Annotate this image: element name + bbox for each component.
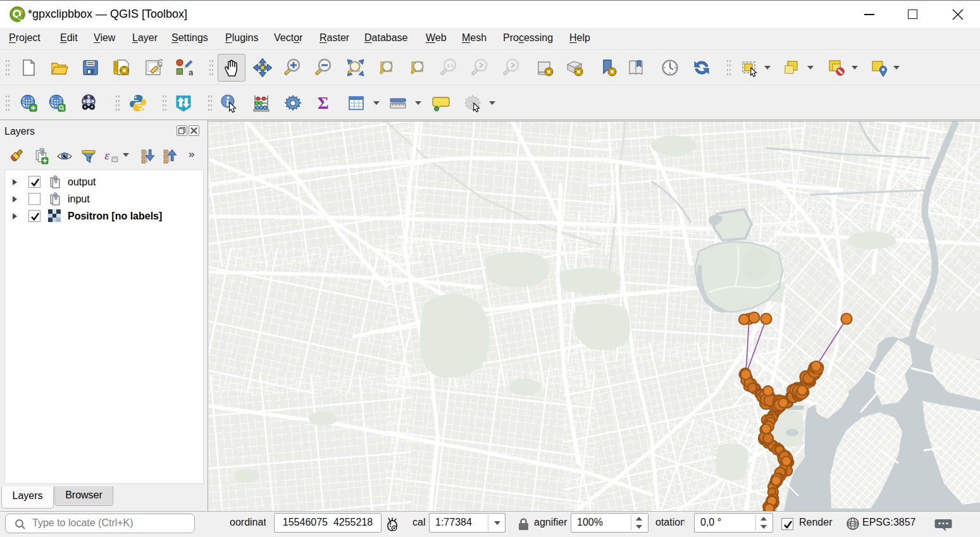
svg-text:a: a (189, 68, 194, 77)
svg-text:Σ: Σ (318, 94, 329, 113)
svg-text:1:1: 1:1 (447, 63, 454, 68)
svg-text:!: ! (389, 520, 392, 529)
svg-text:ε: ε (104, 149, 109, 162)
